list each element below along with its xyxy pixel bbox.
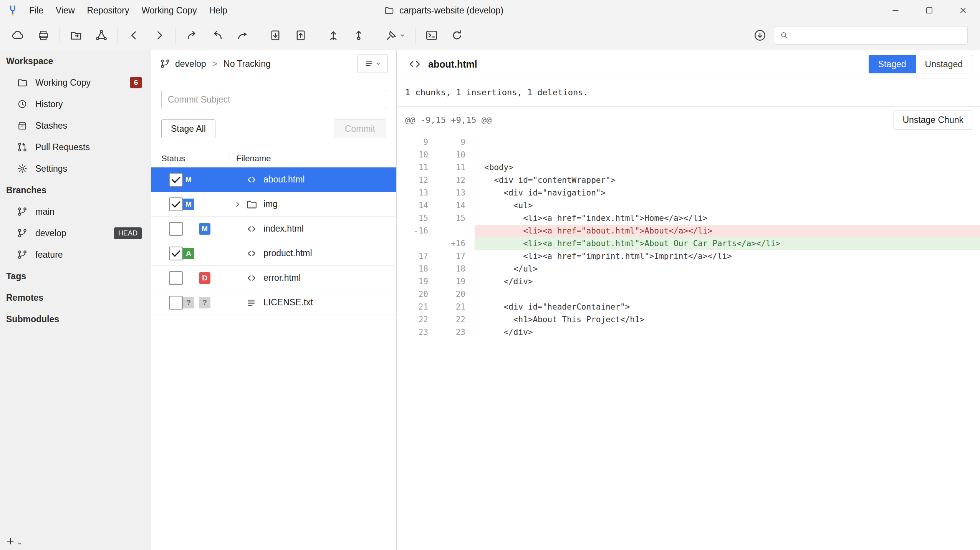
push-button[interactable]: [230, 23, 255, 47]
branch-menu-button[interactable]: [357, 55, 388, 73]
status-column-header[interactable]: Status: [151, 150, 230, 167]
terminal-button[interactable]: [419, 23, 444, 47]
stage-all-button[interactable]: Stage All: [161, 119, 215, 138]
toolbar-separator: [259, 27, 259, 44]
unstaged-tab[interactable]: Unstaged: [916, 55, 972, 73]
diff-line[interactable]: 20 20: [397, 288, 980, 301]
file-row[interactable]: D error.html: [151, 266, 396, 290]
sidebar-branch-feature[interactable]: feature: [0, 244, 151, 265]
expand-chevron-icon[interactable]: [233, 200, 242, 209]
remote-button[interactable]: [5, 23, 31, 47]
sidebar-item-settings[interactable]: Settings: [0, 158, 151, 179]
sidebar-item-pull-requests[interactable]: Pull Requests: [0, 136, 151, 158]
commit-button[interactable]: Commit: [334, 119, 386, 138]
diff-line[interactable]: 15 15 <li><a href="index.html">Home</a><…: [397, 212, 980, 225]
file-name: product.html: [263, 248, 312, 258]
stash-box-icon: [17, 120, 28, 131]
tracking-label[interactable]: No Tracking: [223, 59, 271, 69]
diff-header: about.html Staged Unstaged: [397, 50, 980, 78]
diff-line[interactable]: 13 13 <div id="navigation">: [397, 187, 980, 199]
remotes-section-header[interactable]: Remotes: [0, 287, 151, 308]
add-repository-button[interactable]: [5, 536, 22, 546]
diff-line[interactable]: 12 12 <div id="contentWrapper">: [397, 174, 980, 187]
commit-panel: develop > No Tracking Stage All Commit S…: [151, 50, 397, 550]
diff-line[interactable]: 19 19 </div>: [397, 275, 980, 288]
menu-view[interactable]: View: [50, 0, 81, 21]
file-checkbox[interactable]: [169, 271, 183, 285]
file-row[interactable]: M about.html: [151, 167, 396, 192]
file-checkbox[interactable]: [169, 296, 183, 310]
sidebar-item-working-copy[interactable]: Working Copy 6: [0, 72, 151, 93]
stash-icon: [269, 29, 282, 42]
diff-line[interactable]: 14 14 <ul>: [397, 199, 980, 212]
create-branch-button[interactable]: [321, 23, 346, 47]
back-button[interactable]: [121, 23, 147, 47]
diff-line[interactable]: 21 21 <div id="headerContainer">: [397, 301, 980, 313]
file-row[interactable]: M img: [151, 192, 396, 217]
sidebar-item-stashes[interactable]: Stashes: [0, 115, 151, 136]
diff-line[interactable]: 9 9: [397, 136, 980, 149]
tags-section-header[interactable]: Tags: [0, 265, 151, 287]
staged-tab[interactable]: Staged: [869, 55, 916, 73]
sidebar-branch-main[interactable]: main: [0, 201, 151, 222]
sidebar-item-history[interactable]: History: [0, 93, 151, 115]
refresh-icon: [450, 29, 464, 42]
menu-repository[interactable]: Repository: [81, 0, 136, 21]
plus-icon: [5, 536, 15, 546]
open-repository-button[interactable]: [63, 23, 89, 47]
file-checkbox[interactable]: [169, 197, 183, 211]
diff-line[interactable]: 22 22 <h1>About This Project</h1>: [397, 313, 980, 326]
search-input[interactable]: [793, 30, 962, 40]
diff-line[interactable]: 23 23 </div>: [397, 326, 980, 339]
diff-line[interactable]: 17 17 <li><a href="imprint.html">Imprint…: [397, 250, 980, 263]
submodules-section-header[interactable]: Submodules: [0, 308, 151, 330]
file-checkbox[interactable]: [169, 222, 183, 236]
chevron-down-icon: [376, 61, 381, 66]
download-button[interactable]: [753, 28, 767, 42]
unstash-button[interactable]: [288, 23, 313, 47]
diff-line[interactable]: -16 <li><a href="about.html">About</a></…: [397, 225, 980, 237]
resolve-button[interactable]: [379, 23, 412, 47]
maximize-button[interactable]: [912, 0, 946, 21]
file-checkbox[interactable]: [169, 173, 183, 187]
filename-column-header[interactable]: Filename: [230, 154, 271, 164]
unstage-chunk-button[interactable]: Unstage Chunk: [894, 111, 972, 129]
fetch-button[interactable]: [179, 23, 205, 47]
app-icon: [7, 5, 18, 16]
old-line-number: 9: [397, 136, 428, 149]
menu-help[interactable]: Help: [203, 0, 233, 21]
create-tag-button[interactable]: [346, 23, 371, 47]
diff-line[interactable]: 18 18 </ul>: [397, 263, 980, 275]
file-name: LICENSE.txt: [263, 297, 313, 308]
window-title: carparts-website (develop): [384, 0, 503, 21]
folder-icon: [17, 77, 28, 88]
new-line-number: 11: [428, 161, 475, 174]
unstaged-status-badge: M: [199, 223, 210, 235]
terminal-icon: [425, 29, 438, 42]
file-row[interactable]: M index.html: [151, 217, 396, 241]
network-button[interactable]: [89, 23, 114, 47]
diff-line[interactable]: 10 10: [397, 149, 980, 161]
print-button[interactable]: [31, 23, 56, 47]
file-checkbox[interactable]: [169, 247, 183, 260]
diff-line[interactable]: 11 11 <body>: [397, 161, 980, 174]
new-line-number: 21: [428, 301, 475, 313]
refresh-button[interactable]: [444, 23, 470, 47]
forward-button[interactable]: [147, 23, 172, 47]
sidebar-branch-develop[interactable]: develop HEAD: [0, 222, 151, 244]
commit-subject-input[interactable]: [161, 90, 386, 109]
file-row[interactable]: ? ? LICENSE.txt: [151, 290, 396, 315]
menu-working-copy[interactable]: Working Copy: [135, 0, 203, 21]
current-branch-label[interactable]: develop: [175, 59, 206, 69]
toolbar-separator: [415, 27, 416, 44]
file-row[interactable]: A product.html: [151, 241, 396, 266]
diff-line[interactable]: +16 <li><a href="about.html">About Our C…: [397, 237, 980, 250]
menu-file[interactable]: File: [23, 0, 50, 21]
fetch-icon: [185, 29, 199, 42]
minimize-button[interactable]: [879, 0, 912, 21]
old-line-number: 10: [397, 149, 428, 161]
stash-button[interactable]: [263, 23, 288, 47]
text-icon: [246, 297, 257, 308]
pull-button[interactable]: [205, 23, 230, 47]
close-button[interactable]: [946, 0, 980, 21]
